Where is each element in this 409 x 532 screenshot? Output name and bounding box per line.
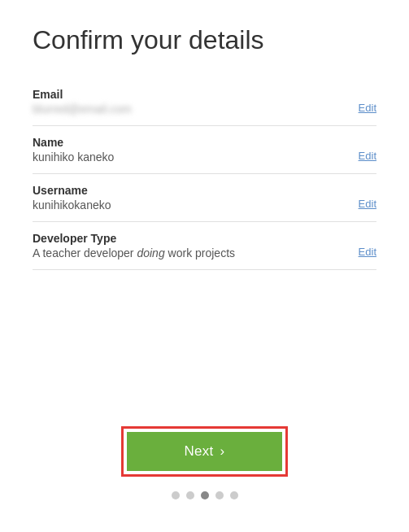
details-list: Email blurred@email.com Edit Name kunihi… [33,78,376,402]
pagination-dots [172,491,238,499]
page-container: Confirm your details Email blurred@email… [0,0,409,532]
name-label: Name [33,136,114,149]
dot-3 [201,491,209,499]
email-edit-link[interactable]: Edit [359,102,376,116]
developer-type-row: Developer Type A teacher developer doing… [33,222,376,270]
name-edit-link[interactable]: Edit [359,150,376,164]
username-row: Username kunihikokaneko Edit [33,174,376,222]
developer-type-label: Developer Type [33,232,235,245]
next-button[interactable]: Next › [127,432,281,471]
name-content: Name kunihiko kaneko [33,136,114,164]
button-area: Next › [33,402,376,516]
username-value: kunihikokaneko [33,198,111,211]
username-label: Username [33,184,111,197]
email-value: blurred@email.com [33,102,132,116]
username-content: Username kunihikokaneko [33,184,111,211]
email-label: Email [33,88,132,101]
email-content: Email blurred@email.com [33,88,132,116]
next-button-highlight: Next › [121,426,287,477]
next-button-arrow: › [220,443,225,460]
developer-type-content: Developer Type A teacher developer doing… [33,232,235,259]
name-row: Name kunihiko kaneko Edit [33,126,376,174]
email-row: Email blurred@email.com Edit [33,78,376,126]
page-title: Confirm your details [33,24,376,55]
developer-type-value: A teacher developer doing work projects [33,246,235,259]
dot-2 [186,491,194,499]
dot-1 [172,491,180,499]
dot-4 [215,491,224,499]
next-button-label: Next [184,443,213,460]
name-value: kunihiko kaneko [33,150,114,164]
developer-type-edit-link[interactable]: Edit [359,246,376,259]
username-edit-link[interactable]: Edit [359,198,376,211]
dot-5 [230,491,238,499]
